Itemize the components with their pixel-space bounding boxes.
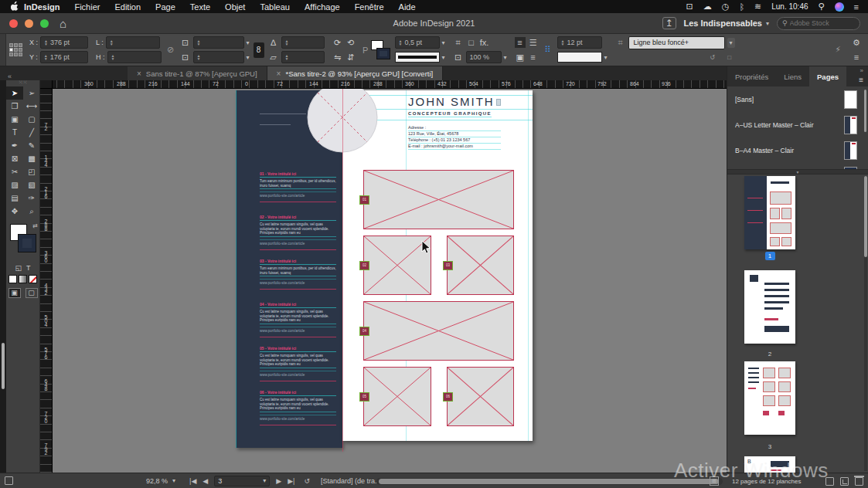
- image-placeholder-frame[interactable]: 03: [447, 236, 514, 295]
- image-placeholder-frame[interactable]: 05: [363, 367, 431, 426]
- master-row-a[interactable]: A–US Letter Master – Clair: [727, 112, 868, 137]
- cv-role-text[interactable]: CONCEPTEUR GRAPHIQUE: [408, 111, 492, 117]
- height-field[interactable]: ▲▼: [107, 51, 162, 63]
- master-row-c[interactable]: C–US Letter Master – Foncé: [727, 163, 868, 170]
- corner-options-icon[interactable]: ⌗: [453, 38, 464, 48]
- zoom-window-button[interactable]: [40, 19, 49, 28]
- page-thumbnail-3[interactable]: [744, 361, 795, 435]
- hand-tool[interactable]: ✥: [6, 205, 23, 218]
- ruler-origin-corner[interactable]: [40, 80, 53, 89]
- stroke-swatch[interactable]: [19, 235, 36, 252]
- horizontal-ruler[interactable]: 3602882161447207214421628836043250457664…: [40, 80, 727, 89]
- content-collector-tool[interactable]: ▣: [6, 113, 23, 126]
- menubar-clock[interactable]: Lun. 10:46: [771, 2, 808, 11]
- close-window-button[interactable]: [9, 19, 18, 28]
- toolbar-fill-stroke[interactable]: ⇄: [6, 222, 39, 263]
- link-scale-icon[interactable]: 8: [254, 42, 264, 58]
- gradient-tool[interactable]: ▨: [6, 178, 23, 191]
- selection-tool[interactable]: ➤: [6, 86, 23, 100]
- vertical-ruler[interactable]: 72144216288360432504576648720792: [40, 89, 53, 473]
- new-page-icon[interactable]: [840, 477, 849, 486]
- columns-icon[interactable]: ☰: [528, 38, 539, 48]
- zoom-level[interactable]: 92,8 %: [146, 477, 168, 485]
- apply-color-button[interactable]: [9, 275, 17, 283]
- creative-cloud-icon[interactable]: ☁: [703, 2, 712, 12]
- scale-y-field[interactable]: ▲▼: [193, 51, 244, 63]
- master-row-b[interactable]: B–A4 Master – Clair: [727, 137, 868, 163]
- menu-aide[interactable]: Aide: [399, 2, 416, 12]
- siri-icon[interactable]: [835, 2, 844, 12]
- master-row-none[interactable]: [Sans]: [727, 86, 868, 112]
- create-page-icon[interactable]: [825, 477, 834, 486]
- cv-sidebar-block[interactable]: 05 - Votre intitulé ici Cu est latine nu…: [260, 346, 336, 381]
- object-style-dropdown[interactable]: Ligne bleu foncé+: [628, 36, 725, 49]
- anchor-object-icon[interactable]: ⠿: [543, 45, 553, 55]
- cv-sidebar-block[interactable]: 06 - Votre intitulé ici Cu est latine nu…: [260, 390, 336, 425]
- corner-shape-icon[interactable]: □: [466, 38, 477, 47]
- time-machine-icon[interactable]: ◷: [722, 2, 730, 12]
- home-icon[interactable]: ⌂: [60, 17, 66, 30]
- cv-sidebar-block[interactable]: 04 - Votre intitulé ici Cu est latine nu…: [260, 302, 336, 337]
- effects-icon[interactable]: fx.: [479, 38, 490, 47]
- rotate-cw-icon[interactable]: ⟳: [332, 38, 343, 48]
- paragraph-align-icon[interactable]: ≡: [515, 37, 526, 48]
- panel-grip[interactable]: [0, 34, 6, 66]
- image-placeholder-frame[interactable]: 06: [447, 367, 514, 426]
- shear-angle-field[interactable]: ▲▼: [281, 51, 325, 63]
- fill-stroke-swatches[interactable]: [371, 40, 391, 60]
- gradient-feather-tool[interactable]: ▧: [23, 178, 40, 191]
- menu-fichier[interactable]: Fichier: [74, 2, 100, 12]
- panel-menu-icon[interactable]: ≡: [851, 53, 862, 62]
- trash-icon[interactable]: [855, 477, 863, 486]
- close-icon[interactable]: ×: [137, 69, 141, 78]
- reference-point-proxy[interactable]: [9, 43, 22, 56]
- menu-tableau[interactable]: Tableau: [260, 2, 290, 12]
- chevron-down-icon[interactable]: ▾: [172, 477, 175, 484]
- edit-page-size-icon[interactable]: ⊞: [710, 476, 719, 486]
- text-wrap-icon[interactable]: ▣: [515, 53, 526, 63]
- opacity-field[interactable]: 100 %: [466, 51, 502, 63]
- apply-none-button[interactable]: [29, 275, 37, 283]
- cv-sidebar-block[interactable]: 02 - Votre intitulé ici Cu est latine nu…: [260, 215, 336, 250]
- view-normal-button[interactable]: ▣: [9, 288, 21, 298]
- gear-icon[interactable]: ⚙: [851, 38, 862, 48]
- menu-texte[interactable]: Texte: [190, 2, 210, 12]
- next-page-button[interactable]: ▶: [276, 477, 281, 485]
- fill-color-dropdown[interactable]: [557, 52, 602, 63]
- page-tool[interactable]: ❐: [6, 100, 23, 113]
- adobe-stock-search[interactable]: ⚲: [777, 17, 860, 30]
- scale-x-field[interactable]: ▲▼: [193, 36, 244, 49]
- image-placeholder-frame[interactable]: 04: [363, 301, 514, 361]
- preflight-refresh-icon[interactable]: ↺: [304, 477, 310, 485]
- cv-sidebar-block[interactable]: 03 - Votre intitulé ici Tum earum minimu…: [260, 259, 336, 290]
- chevron-down-icon[interactable]: ▾: [504, 54, 507, 61]
- width-field[interactable]: ▲▼: [106, 36, 160, 49]
- redefine-style-icon[interactable]: □: [724, 54, 735, 61]
- previous-page-button[interactable]: ◀: [203, 477, 208, 485]
- pages-scrollbar[interactable]: [864, 176, 867, 257]
- menu-fenetre[interactable]: Fenêtre: [355, 2, 384, 12]
- type-tool[interactable]: T: [6, 126, 23, 139]
- expand-panels-icon[interactable]: »: [860, 67, 863, 74]
- tab-proprietes[interactable]: Propriétés: [727, 66, 776, 86]
- flip-vertical-icon[interactable]: ⇵: [345, 53, 356, 63]
- spotlight-icon[interactable]: ⚲: [819, 2, 825, 12]
- minimize-window-button[interactable]: [25, 19, 33, 28]
- page-label-1[interactable]: 1: [744, 252, 795, 260]
- menu-edition[interactable]: Edition: [114, 2, 141, 12]
- page-thumbnail-2[interactable]: [744, 270, 795, 344]
- menu-page[interactable]: Page: [155, 2, 175, 12]
- apply-gradient-button[interactable]: [19, 275, 27, 283]
- gap-tool[interactable]: ⟷: [23, 100, 40, 113]
- preflight-profile[interactable]: [Standard] (de tra...: [321, 477, 381, 485]
- direct-selection-tool[interactable]: ➢: [23, 86, 40, 100]
- zoom-tool[interactable]: ⌕: [23, 205, 40, 218]
- formatting-text-icon[interactable]: T: [26, 264, 31, 272]
- page-number-field[interactable]: 3 ▾: [214, 476, 270, 486]
- menu-objet[interactable]: Objet: [225, 2, 245, 12]
- tab-sans-titre-2[interactable]: × *Sans titre-2 @ 93% [Aperçu GPU] [Conv…: [267, 66, 444, 80]
- stroke-style-dropdown[interactable]: [395, 52, 440, 63]
- align-center-icon[interactable]: ≡: [528, 53, 539, 62]
- chevron-down-icon[interactable]: ▾: [727, 38, 735, 48]
- tab-pages[interactable]: Pages: [809, 66, 846, 86]
